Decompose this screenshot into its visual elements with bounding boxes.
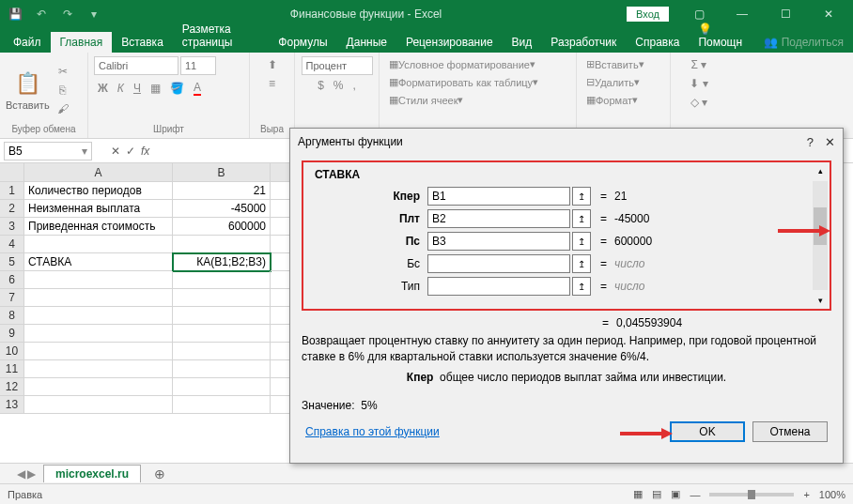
cell[interactable] — [173, 289, 271, 307]
row-header[interactable]: 3 — [0, 218, 24, 236]
range-select-icon[interactable]: ↥ — [572, 277, 591, 296]
cell[interactable] — [24, 271, 173, 289]
undo-icon[interactable]: ↶ — [30, 3, 53, 25]
save-icon[interactable]: 💾 — [4, 3, 26, 25]
format-painter-icon[interactable]: 🖌 — [54, 100, 72, 117]
col-header[interactable]: A — [24, 163, 173, 182]
cell[interactable] — [173, 236, 271, 253]
cell[interactable] — [173, 360, 271, 378]
dialog-help-link[interactable]: Справка по этой функции — [305, 425, 440, 438]
row-header[interactable]: 12 — [0, 378, 24, 396]
cell-styles-button[interactable]: ▦ Стили ячеек ▾ — [385, 92, 467, 108]
insert-cells-button[interactable]: ⊞ Вставить ▾ — [582, 56, 648, 72]
zoom-level[interactable]: 100% — [819, 489, 845, 500]
tab-insert[interactable]: Вставка — [112, 32, 173, 53]
tab-file[interactable]: Файл — [4, 32, 51, 53]
row-header[interactable]: 9 — [0, 325, 24, 343]
cell[interactable] — [24, 236, 173, 253]
cell[interactable] — [173, 271, 271, 289]
tab-nav-prev-icon[interactable]: ◀ — [17, 467, 25, 481]
bold-icon[interactable]: Ж — [94, 80, 112, 97]
close-icon[interactable]: ✕ — [808, 1, 849, 27]
zoom-slider[interactable] — [709, 493, 794, 496]
tab-formulas[interactable]: Формулы — [269, 32, 336, 53]
cut-icon[interactable]: ✂ — [54, 63, 72, 80]
tab-layout[interactable]: Разметка страницы — [173, 19, 270, 53]
tab-view[interactable]: Вид — [503, 32, 542, 53]
format-as-table-button[interactable]: ▦ Форматировать как таблицу ▾ — [385, 74, 542, 90]
fill-icon[interactable]: ⬇ ▾ — [686, 75, 711, 92]
cell[interactable] — [24, 378, 173, 396]
paste-icon[interactable]: 📋 — [11, 69, 44, 98]
cell[interactable]: -45000 — [173, 200, 271, 218]
number-format-select[interactable] — [302, 56, 373, 75]
arg-input[interactable] — [427, 187, 570, 206]
login-button[interactable]: Вход — [627, 7, 669, 22]
view-normal-icon[interactable]: ▦ — [633, 488, 643, 500]
enter-formula-icon[interactable]: ✓ — [126, 145, 135, 158]
row-header[interactable]: 8 — [0, 307, 24, 325]
sheet-tab[interactable]: microexcel.ru — [43, 465, 141, 482]
font-name-select[interactable] — [94, 56, 178, 75]
cell[interactable] — [173, 343, 271, 360]
dialog-scrollbar[interactable]: ▴ ▾ — [813, 166, 828, 305]
row-header[interactable]: 6 — [0, 271, 24, 289]
clear-icon[interactable]: ◇ ▾ — [687, 94, 711, 111]
cell[interactable] — [173, 325, 271, 343]
cell[interactable] — [24, 307, 173, 325]
name-box[interactable]: B5▾ — [4, 142, 92, 160]
select-all-corner[interactable] — [0, 163, 24, 182]
percent-icon[interactable]: % — [330, 77, 348, 94]
row-header[interactable]: 7 — [0, 289, 24, 307]
tab-tellme[interactable]: 💡 Помощн — [689, 19, 753, 53]
tab-developer[interactable]: Разработчик — [541, 32, 626, 53]
align-left-icon[interactable]: ≡ — [265, 75, 279, 92]
row-header[interactable]: 1 — [0, 182, 24, 200]
underline-icon[interactable]: Ч — [130, 80, 145, 97]
format-cells-button[interactable]: ▦ Формат ▾ — [582, 92, 642, 108]
delete-cells-button[interactable]: ⊟ Удалить ▾ — [582, 74, 644, 90]
range-select-icon[interactable]: ↥ — [572, 254, 591, 273]
font-size-select[interactable] — [180, 56, 216, 75]
qat-more-icon[interactable]: ▾ — [83, 3, 105, 25]
arg-input[interactable] — [427, 277, 570, 296]
tab-help[interactable]: Справка — [626, 32, 689, 53]
cell[interactable]: Приведенная стоимость — [24, 218, 173, 236]
cell[interactable]: КА(B1;B2;B3) — [173, 253, 271, 271]
view-layout-icon[interactable]: ▤ — [652, 488, 661, 500]
share-button[interactable]: 👥 Поделиться — [754, 32, 853, 53]
cell[interactable] — [173, 307, 271, 325]
cell[interactable] — [173, 378, 271, 396]
tab-nav-next-icon[interactable]: ▶ — [27, 467, 36, 481]
row-header[interactable]: 2 — [0, 200, 24, 218]
cancel-formula-icon[interactable]: ✕ — [111, 145, 120, 158]
col-header[interactable]: B — [173, 163, 271, 182]
tab-data[interactable]: Данные — [337, 32, 396, 53]
cell[interactable] — [24, 396, 173, 414]
arg-input[interactable] — [427, 254, 570, 273]
tab-home[interactable]: Главная — [51, 32, 113, 53]
cell[interactable] — [24, 289, 173, 307]
row-header[interactable]: 10 — [0, 343, 24, 360]
cancel-button[interactable]: Отмена — [752, 421, 828, 442]
cell[interactable]: Количество периодов — [24, 182, 173, 200]
cell[interactable]: Неизменная выплата — [24, 200, 173, 218]
range-select-icon[interactable]: ↥ — [572, 209, 591, 228]
font-color-icon[interactable]: A — [190, 79, 205, 98]
row-header[interactable]: 5 — [0, 253, 24, 271]
italic-icon[interactable]: К — [114, 80, 128, 97]
zoom-out-icon[interactable]: — — [690, 489, 700, 500]
row-header[interactable]: 13 — [0, 396, 24, 414]
view-break-icon[interactable]: ▣ — [671, 488, 680, 500]
arg-input[interactable] — [427, 232, 570, 251]
redo-icon[interactable]: ↷ — [56, 3, 79, 25]
dialog-help-icon[interactable]: ? — [807, 135, 814, 149]
cell[interactable]: 600000 — [173, 218, 271, 236]
ok-button[interactable]: OK — [670, 421, 745, 442]
autosum-icon[interactable]: Σ ▾ — [688, 56, 711, 73]
maximize-icon[interactable]: ☐ — [765, 1, 806, 27]
tab-review[interactable]: Рецензирование — [396, 32, 503, 53]
cell[interactable]: СТАВКА — [24, 253, 173, 271]
copy-icon[interactable]: ⎘ — [54, 82, 72, 99]
arg-input[interactable] — [427, 209, 570, 228]
